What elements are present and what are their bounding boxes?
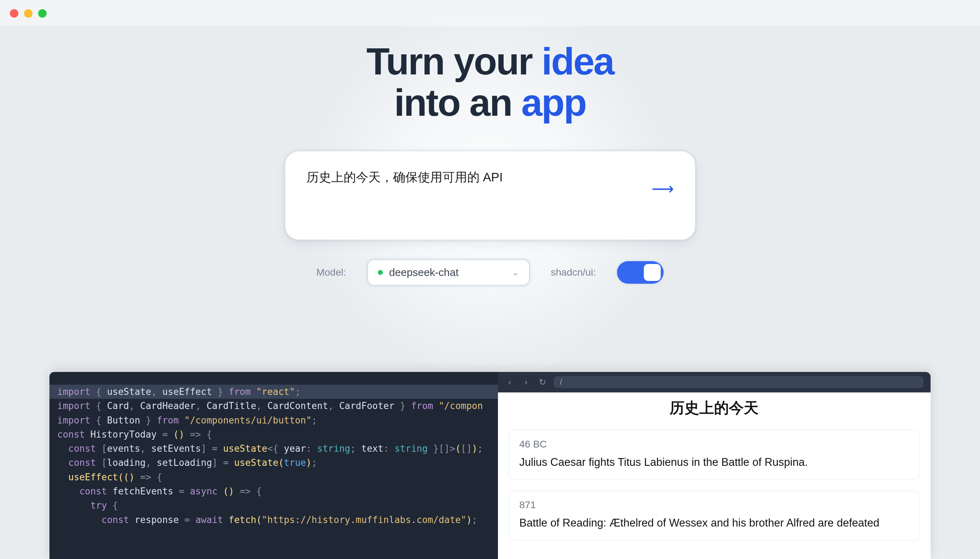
model-status-dot-icon xyxy=(378,270,383,275)
output-panes: import { useState, useEffect } from "rea… xyxy=(50,372,930,559)
preview-url-bar[interactable]: / xyxy=(554,376,924,388)
code-line: const response = await fetch("https://hi… xyxy=(57,513,490,527)
preview-title: 历史上的今天 xyxy=(509,398,920,418)
hero-title-part1: Turn your xyxy=(366,40,541,83)
code-line: useEffect(() => { xyxy=(57,470,490,484)
preview-body: 历史上的今天 46 BCJulius Caesar fights Titus L… xyxy=(498,392,931,551)
shadcn-label: shadcn/ui: xyxy=(551,267,596,278)
submit-arrow-icon[interactable]: ⟶ xyxy=(652,181,674,197)
maximize-window-button[interactable] xyxy=(38,9,46,18)
hero-title: Turn your idea into an app xyxy=(0,41,980,123)
hero-section: Turn your idea into an app 历史上的今天，确保使用可用… xyxy=(0,27,980,286)
window-titlebar xyxy=(0,0,980,27)
toggle-knob xyxy=(644,264,661,281)
model-label: Model: xyxy=(317,267,346,278)
prompt-text[interactable]: 历史上的今天，确保使用可用的 API xyxy=(307,168,652,185)
code-line: const fetchEvents = async () => { xyxy=(57,484,490,498)
event-card: 871Battle of Reading: Æthelred of Wessex… xyxy=(509,491,920,541)
code-line: import { useState, useEffect } from "rea… xyxy=(50,385,498,399)
code-line: try { xyxy=(57,498,490,513)
reload-icon[interactable]: ↻ xyxy=(537,377,547,387)
chevron-down-icon: ⌄ xyxy=(512,268,519,277)
code-line: const HistoryToday = () => { xyxy=(57,427,490,442)
code-line: import { Button } from "/components/ui/b… xyxy=(57,413,490,427)
preview-url-text: / xyxy=(560,378,562,387)
event-year: 46 BC xyxy=(519,439,909,450)
code-editor-pane[interactable]: import { useState, useEffect } from "rea… xyxy=(50,372,498,559)
prompt-input-card[interactable]: 历史上的今天，确保使用可用的 API ⟶ xyxy=(285,151,695,240)
model-select[interactable]: deepseek-chat ⌄ xyxy=(367,260,530,286)
event-text: Battle of Reading: Æthelred of Wessex an… xyxy=(519,516,909,531)
event-card: 46 BCJulius Caesar fights Titus Labienus… xyxy=(509,430,920,480)
preview-toolbar: ‹ › ↻ / xyxy=(498,372,931,392)
code-line: const [events, setEvents] = useState<{ y… xyxy=(57,442,490,456)
nav-forward-icon[interactable]: › xyxy=(521,377,531,387)
preview-pane: ‹ › ↻ / 历史上的今天 46 BCJulius Caesar fights… xyxy=(498,372,931,559)
hero-title-accent2: app xyxy=(521,81,586,124)
code-line: import { Card, CardHeader, CardTitle, Ca… xyxy=(57,399,490,413)
event-year: 871 xyxy=(519,499,909,511)
controls-row: Model: deepseek-chat ⌄ shadcn/ui: xyxy=(0,260,980,286)
shadcn-toggle[interactable] xyxy=(617,261,663,284)
code-line: const [loading, setLoading] = useState(t… xyxy=(57,456,490,470)
close-window-button[interactable] xyxy=(10,9,18,18)
event-text: Julius Caesar fights Titus Labienus in t… xyxy=(519,455,909,470)
hero-title-part2: into an xyxy=(394,81,521,124)
hero-title-accent1: idea xyxy=(541,40,614,83)
nav-back-icon[interactable]: ‹ xyxy=(505,377,515,387)
minimize-window-button[interactable] xyxy=(24,9,33,18)
model-value: deepseek-chat xyxy=(389,266,506,278)
